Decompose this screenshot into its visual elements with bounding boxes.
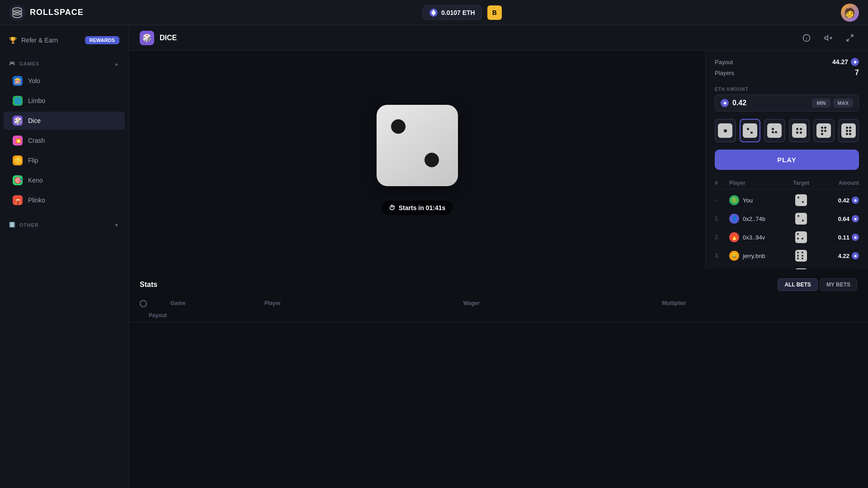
payout-row: Payout 44.27 ◆: [715, 58, 859, 66]
player-avatar: 🟢: [729, 195, 739, 205]
payout-section: Payout 44.27 ◆ Players 7: [706, 51, 868, 83]
player-info: 👤 0x2..74b: [729, 214, 779, 224]
app-name: ROLLSPACE: [30, 8, 84, 17]
info-icon: ℹ️: [9, 222, 16, 228]
dice-mini-6: [841, 123, 856, 138]
dice-option-4[interactable]: [789, 119, 810, 142]
keno-icon: 🎯: [13, 175, 23, 185]
timer-text: Starts in 01:41s: [399, 204, 446, 211]
eth-balance[interactable]: 0.0107 ETH: [423, 5, 482, 20]
payout-eth-icon: ◆: [851, 58, 859, 66]
svg-line-12: [847, 38, 849, 41]
stats-col-player: Player: [264, 300, 460, 309]
eth-amount-value: 0.42: [732, 99, 808, 107]
amount-eth-icon: ◆: [721, 99, 729, 107]
player-info: 🟢 You: [729, 195, 779, 205]
tab-my-bets[interactable]: MY BETS: [820, 278, 857, 291]
dice-selector: [706, 117, 868, 148]
game-canvas: ⏱ Starts in 01:41s: [129, 51, 705, 269]
col-num: #: [715, 180, 726, 186]
table-row: - 🟢 You 0.42 ◆: [715, 191, 859, 210]
info-button[interactable]: [799, 31, 814, 45]
stats-header: Stats ALL BETS MY BETS: [129, 269, 868, 296]
games-icon: 🎮: [9, 61, 16, 66]
sidebar-item-crash[interactable]: 💥 Crash: [4, 131, 125, 150]
col-player: Player: [729, 180, 779, 186]
sidebar-item-limbo[interactable]: 🌀 Limbo: [4, 92, 125, 110]
stats-col-wager: Wager: [463, 300, 659, 309]
user-avatar[interactable]: 🧑: [841, 4, 859, 22]
player-amount: 0.64 ◆: [823, 215, 859, 222]
mute-button[interactable]: [821, 31, 835, 45]
bnb-button[interactable]: B: [487, 5, 502, 20]
chevron-up-icon: ▲: [114, 61, 119, 66]
dice-option-3[interactable]: [764, 119, 785, 142]
topbar: ROLLSPACE 0.0107 ETH B 🧑: [0, 0, 868, 25]
chevron-down-icon: ▼: [114, 222, 119, 228]
table-row: 1. 👤 0x2..74b 0.64 ◆: [715, 210, 859, 228]
content-area: 🎲 DICE: [129, 25, 868, 488]
stats-col-multiplier: Multiplier: [662, 300, 857, 309]
min-button[interactable]: MIN: [812, 99, 830, 108]
eth-icon: [429, 9, 438, 17]
yolo-label: Yolo: [28, 77, 40, 84]
play-button[interactable]: PLAY: [715, 150, 859, 170]
max-button[interactable]: MAX: [833, 99, 853, 108]
game-area: ⏱ Starts in 01:41s Payout 44.27 ◆: [129, 51, 868, 269]
player-name: 0x2..74b: [743, 216, 765, 222]
player-name: 0x3..94v: [743, 234, 765, 241]
table-row: 3. 😄 jerry.bnb 4.22 ◆: [715, 247, 859, 265]
player-target: [783, 231, 819, 243]
dice-mini-2: [743, 123, 757, 138]
eth-amount-label: ETH AMOUNT: [715, 87, 859, 92]
yolo-icon: 🎰: [13, 76, 23, 86]
dice-dot-1: [391, 119, 406, 134]
dice-option-2[interactable]: [740, 119, 761, 142]
tab-all-bets[interactable]: ALL BETS: [778, 278, 817, 291]
games-label: GAMES: [19, 61, 39, 66]
player-target: [783, 213, 819, 225]
refer-earn[interactable]: 🏆 Refer & Earn REWARDS: [0, 33, 128, 48]
dice-option-5[interactable]: [813, 119, 835, 142]
app-logo[interactable]: ROLLSPACE: [9, 5, 84, 21]
balance-value: 0.0107 ETH: [441, 9, 475, 16]
player-avatar: 😄: [729, 251, 739, 261]
other-label: OTHER: [19, 222, 39, 228]
player-num: 1.: [715, 216, 726, 222]
players-value: 7: [855, 69, 859, 77]
player-info: 😄 jerry.bnb: [729, 251, 779, 261]
table-header: # Player Target Amount: [715, 177, 859, 189]
sidebar-item-flip[interactable]: 🪙 Flip: [4, 151, 125, 169]
other-section-header[interactable]: ℹ️ OTHER ▼: [9, 220, 119, 230]
clock-icon: [140, 300, 147, 307]
stats-tabs: ALL BETS MY BETS: [778, 278, 857, 291]
svg-marker-8: [825, 35, 828, 40]
game-title-icon: 🎲: [140, 31, 154, 45]
games-section-header[interactable]: 🎮 GAMES ▲: [9, 59, 119, 68]
sidebar-item-plinko[interactable]: 🎪 Plinko: [4, 191, 125, 209]
refer-earn-left: 🏆 Refer & Earn: [9, 37, 58, 44]
player-target: [783, 250, 819, 262]
player-name: jerry.bnb: [743, 253, 765, 259]
dice-option-6[interactable]: [838, 119, 859, 142]
player-num: -: [715, 197, 726, 203]
players-label: Players: [715, 70, 734, 76]
player-num: 3.: [715, 253, 726, 259]
player-avatar: 🔥: [729, 232, 739, 242]
dice-icon: 🎲: [13, 116, 23, 126]
stats-col-payout: Payout: [140, 312, 167, 319]
eth-amount-input-row[interactable]: ◆ 0.42 MIN MAX: [715, 94, 859, 112]
dice-option-1[interactable]: [715, 119, 736, 142]
payout-number: 44.27: [832, 58, 848, 66]
amount-icon: ◆: [852, 197, 859, 204]
right-panel: Payout 44.27 ◆ Players 7 ETH AMOUNT: [705, 51, 868, 269]
sidebar-item-keno[interactable]: 🎯 Keno: [4, 171, 125, 189]
sidebar-item-yolo[interactable]: 🎰 Yolo: [4, 72, 125, 90]
min-max-buttons: MIN MAX: [812, 99, 853, 108]
players-table: # Player Target Amount - 🟢 You 0.42 ◆ 1.: [706, 177, 868, 269]
main-layout: 🏆 Refer & Earn REWARDS 🎮 GAMES ▲ 🎰 Yolo …: [0, 25, 868, 488]
rewards-badge[interactable]: REWARDS: [85, 36, 119, 44]
sidebar-item-dice[interactable]: 🎲 Dice: [4, 112, 125, 130]
stats-section: Stats ALL BETS MY BETS Game Player Wager…: [129, 269, 868, 488]
fullscreen-button[interactable]: [843, 31, 857, 45]
